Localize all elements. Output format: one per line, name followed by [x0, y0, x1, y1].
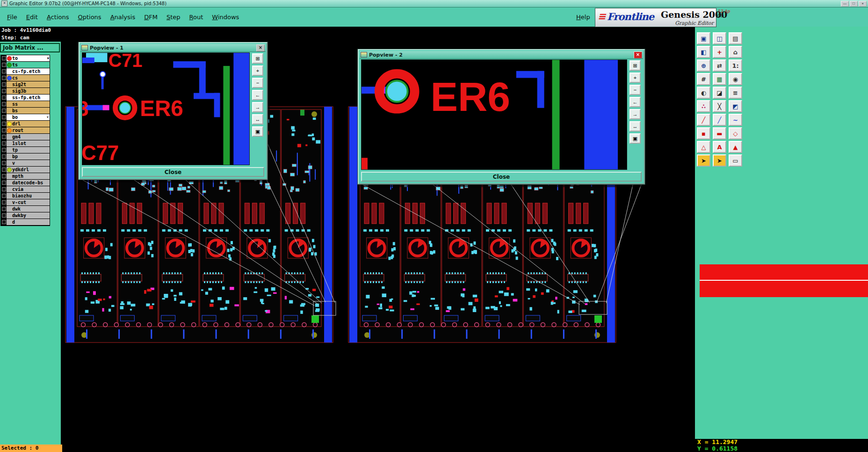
layer-visibility-checkbox[interactable] [1, 95, 7, 101]
menu-edit[interactable]: Edit [22, 12, 43, 22]
screen-icon[interactable]: ▣ [697, 32, 710, 44]
layer-visibility-checkbox[interactable] [1, 193, 7, 199]
layer-visibility-checkbox[interactable] [1, 121, 7, 127]
text-icon[interactable]: A [713, 141, 726, 153]
title-bar[interactable]: × Graphic Editor 9.07b2 (00@HY-HYCAM-PC1… [0, 0, 868, 7]
popview-new-window-icon[interactable]: ⊞ [252, 53, 263, 64]
layer-row-dwkby[interactable]: dwkby [1, 212, 50, 219]
clipboard-icon[interactable]: ▤ [729, 32, 742, 44]
popview-home-icon[interactable]: ▣ [629, 133, 641, 144]
popview1-content[interactable]: C71 3 ER6 C77 [82, 52, 250, 165]
crosshair-icon[interactable]: ⊕ [697, 59, 710, 72]
popview2-titlebar[interactable]: Popview - 2 × [360, 51, 643, 59]
close-button[interactable]: × [859, 1, 867, 7]
layer-visibility-checkbox[interactable] [1, 206, 7, 212]
layer-row-ss[interactable]: ss [1, 101, 50, 108]
measure-icon[interactable]: # [697, 73, 710, 85]
layer-visibility-checkbox[interactable] [1, 75, 7, 81]
layer-visibility-checkbox[interactable] [1, 114, 7, 120]
layer-row-mpth[interactable]: mpth [1, 173, 50, 180]
diamond-icon[interactable]: ◇ [729, 127, 742, 139]
wave-icon[interactable]: ~ [729, 114, 742, 126]
layer-row-to[interactable]: to▼ [1, 55, 50, 62]
layer-visibility-checkbox[interactable] [1, 180, 7, 186]
layer-visibility-checkbox[interactable] [1, 81, 7, 87]
layer-row-dwk[interactable]: dwk [1, 206, 50, 212]
popview-new-window-icon[interactable]: ⊞ [629, 60, 641, 71]
popview2-content[interactable]: ER6 [361, 59, 627, 170]
bar-icon[interactable]: ▬ [713, 127, 726, 139]
layer-visibility-checkbox[interactable] [1, 62, 7, 68]
layer-row-d[interactable]: d [1, 219, 50, 226]
menu-help[interactable]: Help [576, 14, 590, 21]
layer-row-ydkdrl[interactable]: ydkdrl [1, 167, 50, 173]
layer-visibility-checkbox[interactable] [1, 212, 7, 219]
layer-visibility-checkbox[interactable] [1, 199, 7, 205]
layer-visibility-checkbox[interactable] [1, 219, 7, 225]
layer-row-bp[interactable]: bp [1, 153, 50, 160]
layer-visibility-checkbox[interactable] [1, 134, 7, 140]
preview-icon[interactable]: ◐ [697, 87, 710, 99]
snap-icon[interactable]: ◉ [729, 73, 742, 85]
menu-windows[interactable]: Windows [208, 12, 244, 22]
layer-visibility-checkbox[interactable] [1, 173, 7, 179]
menu-analysis[interactable]: Analysis [106, 12, 140, 22]
popview-pan-right-icon[interactable]: → [252, 102, 263, 112]
swap-layer-icon[interactable]: ◩ [729, 100, 742, 112]
layer-row-cs-fp.etch[interactable]: cs-fp.etch [1, 68, 50, 75]
pad-icon[interactable]: ▪ [697, 127, 710, 139]
layer-row-v[interactable]: v [1, 160, 50, 167]
popview-fit-icon[interactable]: ↔ [629, 121, 641, 131]
layer-visibility-checkbox[interactable] [1, 160, 7, 166]
layer-row-datecode-bs[interactable]: datecode-bs [1, 180, 50, 186]
maximize-button[interactable]: □ [850, 1, 858, 7]
delete-icon[interactable]: ╳ [713, 100, 726, 112]
layer-visibility-checkbox[interactable] [1, 167, 7, 173]
layer-row-rout[interactable]: rout [1, 127, 50, 134]
triangle-outline-icon[interactable]: △ [697, 141, 710, 153]
layer-visibility-checkbox[interactable] [1, 108, 7, 114]
grid-icon[interactable]: ▦ [713, 73, 726, 85]
previous-view-icon[interactable]: ◧ [697, 46, 710, 58]
blue-line-icon[interactable]: ╱ [713, 114, 726, 126]
layer-row-ts[interactable]: ts [1, 62, 50, 68]
layer-row-biaozhu[interactable]: biaozhu [1, 193, 50, 199]
layer-visibility-checkbox[interactable] [1, 186, 7, 192]
layer-row-tp[interactable]: tp [1, 147, 50, 153]
pan-view-icon[interactable]: + [713, 46, 726, 58]
layer-row-sig2t[interactable]: sig2t [1, 81, 50, 88]
menu-options[interactable]: Options [73, 12, 106, 22]
layer-row-gm4[interactable]: gm4 [1, 134, 50, 140]
layer-row-drl[interactable]: drl [1, 121, 50, 127]
menu-step[interactable]: Step [162, 12, 185, 22]
layer-visibility-checkbox[interactable] [1, 127, 7, 133]
popview-zoom-in-icon[interactable]: + [252, 66, 263, 76]
draw-mode-icon[interactable]: ◪ [713, 87, 726, 99]
layers-icon[interactable]: ≡ [729, 87, 742, 99]
layer-row-ss-fp.etch[interactable]: ss-fp.etch [1, 95, 50, 101]
layer-visibility-checkbox[interactable] [1, 101, 7, 107]
job-matrix-button[interactable]: Job Matrix ... [0, 44, 59, 52]
popview-pan-right-icon[interactable]: → [629, 109, 641, 119]
popview1-titlebar[interactable]: Popview - 1 × [80, 44, 266, 52]
popview-pan-left-icon[interactable]: ← [629, 97, 641, 107]
scale-1to1-icon[interactable]: 1: [729, 59, 742, 72]
layer-scroll-caret-icon[interactable]: ▼ [47, 57, 49, 60]
minimize-button[interactable]: — [841, 1, 849, 7]
layer-row-bo[interactable]: bo➤ [1, 114, 50, 121]
layer-row-bs[interactable]: bs [1, 108, 50, 114]
menu-file[interactable]: File [3, 12, 22, 22]
layer-row-1slot[interactable]: 1slot [1, 140, 50, 147]
move-view-icon[interactable]: ⇄ [713, 59, 726, 72]
popview-window-2[interactable]: Popview - 2 × ER6 ⊞+−←→↔▣ Close [358, 49, 645, 184]
popview-fit-icon[interactable]: ↔ [252, 114, 263, 124]
layer-visibility-checkbox[interactable] [1, 153, 7, 160]
layer-visibility-checkbox[interactable] [1, 88, 7, 94]
popview-pan-left-icon[interactable]: ← [252, 90, 263, 100]
layer-visibility-checkbox[interactable] [1, 147, 7, 153]
popview-window-1[interactable]: Popview - 1 × C71 3 ER6 [79, 42, 268, 180]
layer-row-sig3b[interactable]: sig3b [1, 88, 50, 95]
red-line-icon[interactable]: ╱ [697, 114, 710, 126]
layer-visibility-checkbox[interactable] [1, 55, 7, 61]
menu-actions[interactable]: Actions [43, 12, 74, 22]
